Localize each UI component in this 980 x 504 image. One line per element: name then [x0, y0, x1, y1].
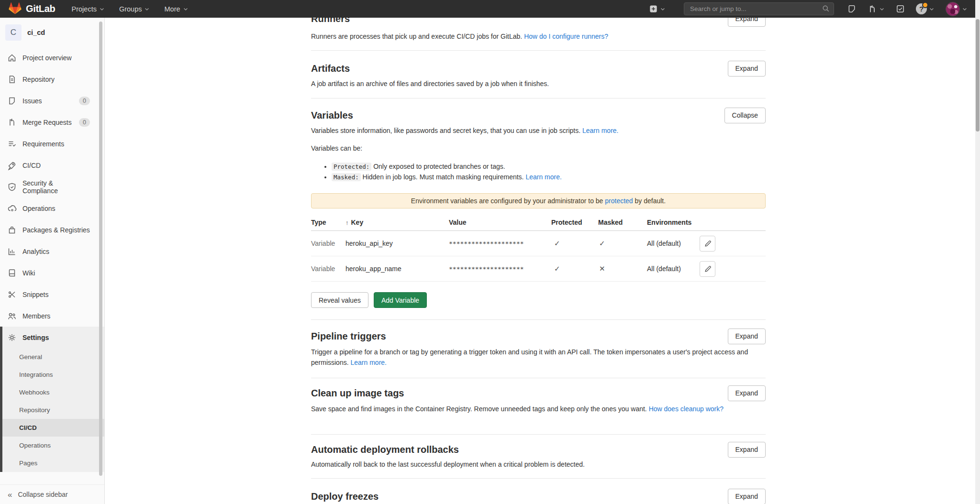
artifacts-expand-button[interactable]: Expand	[728, 61, 766, 77]
sidebar-item-requirements[interactable]: Requirements	[0, 133, 104, 154]
settings-subitem-operations[interactable]: Operations	[2, 437, 104, 454]
banner-protected-link[interactable]: protected	[605, 197, 633, 205]
menu-groups[interactable]: Groups	[119, 5, 150, 13]
settings-subitem-repository[interactable]: Repository	[2, 401, 104, 419]
cleanup-expand-button[interactable]: Expand	[728, 385, 766, 401]
sidebar-item-project-overview[interactable]: Project overview	[0, 47, 104, 68]
admin-protected-banner: Environment variables are configured by …	[311, 193, 766, 208]
variables-actions: Reveal values Add Variable	[311, 292, 766, 308]
masked-bullet: Masked: Hidden in job logs. Must match m…	[332, 172, 766, 183]
section-divider	[311, 378, 766, 378]
merge-request-icon	[868, 4, 877, 14]
protected-code: Protected:	[332, 163, 371, 171]
merge-requests-dropdown[interactable]	[868, 4, 885, 14]
reveal-values-button[interactable]: Reveal values	[311, 292, 368, 308]
variables-learn-more-link[interactable]: Learn more.	[582, 127, 618, 134]
variable-type: Variable	[311, 240, 345, 247]
sidebar-item-label: Snippets	[22, 291, 48, 298]
deploy-freezes-section-header: Deploy freezes Expand	[311, 488, 766, 504]
user-menu[interactable]	[946, 2, 968, 16]
sidebar-item-label: Project overview	[22, 54, 72, 62]
settings-subitem-webhooks[interactable]: Webhooks	[2, 383, 104, 401]
todos-icon[interactable]	[896, 4, 905, 13]
user-avatar	[946, 2, 960, 16]
issues-icon[interactable]	[847, 4, 857, 13]
variable-key: heroku_app_name	[345, 265, 449, 273]
runners-help-link[interactable]: How do I configure runners?	[524, 33, 608, 40]
masked-cross-icon: ✕	[598, 264, 647, 273]
sort-arrow-icon: ↑	[345, 219, 349, 226]
table-row: Variable heroku_app_name ***************…	[311, 256, 766, 282]
chevron-down-icon	[962, 6, 968, 12]
runners-description-text: Runners are processes that pick up and e…	[311, 33, 522, 40]
settings-subitem-integrations[interactable]: Integrations	[2, 366, 104, 383]
col-value: Value	[449, 219, 551, 226]
sidebar-item-packages[interactable]: Packages & Registries	[0, 219, 104, 241]
variables-description: Variables store information, like passwo…	[311, 126, 766, 136]
deploy-freezes-title: Deploy freezes	[311, 491, 379, 502]
edit-variable-button[interactable]	[700, 236, 715, 252]
rollbacks-expand-button[interactable]: Expand	[728, 442, 766, 458]
document-icon	[7, 75, 17, 84]
sidebar-item-wiki[interactable]: Wiki	[0, 262, 104, 284]
sidebar-item-label: Members	[22, 312, 50, 320]
sidebar-item-cicd[interactable]: CI/CD	[0, 154, 104, 176]
sidebar-item-settings[interactable]: Settings	[2, 327, 104, 348]
sidebar-item-snippets[interactable]: Snippets	[0, 284, 104, 305]
edit-variable-button[interactable]	[700, 261, 715, 277]
help-icon: ?	[916, 3, 927, 14]
protected-bullet-text: Only exposed to protected branches or ta…	[373, 163, 505, 170]
row-actions	[700, 236, 766, 252]
sidebar-item-members[interactable]: Members	[0, 305, 104, 327]
chevron-down-icon	[144, 6, 150, 12]
sidebar-item-security[interactable]: Security & Compliance	[0, 176, 104, 197]
variable-environments: All (default)	[647, 265, 700, 273]
double-chevron-left-icon: «	[8, 491, 12, 499]
collapse-sidebar-button[interactable]: « Collapse sidebar	[0, 484, 104, 504]
sidebar-item-label: CI/CD	[22, 162, 41, 169]
cleanup-help-link[interactable]: How does cleanup work?	[649, 405, 724, 413]
variables-collapse-button[interactable]: Collapse	[724, 108, 766, 123]
settings-subitem-cicd-active[interactable]: CI/CD	[2, 419, 104, 437]
gitlab-brand[interactable]: GitLab	[9, 2, 56, 15]
pipeline-triggers-title: Pipeline triggers	[311, 331, 386, 342]
project-name: ci_cd	[27, 29, 45, 36]
menu-projects[interactable]: Projects	[72, 5, 105, 13]
sidebar-scrollbar[interactable]	[99, 22, 102, 476]
sidebar-item-operations[interactable]: Operations	[0, 197, 104, 219]
menu-more[interactable]: More	[164, 5, 188, 13]
pipeline-triggers-learn-more-link[interactable]: Learn more.	[350, 359, 386, 366]
masked-learn-more-link[interactable]: Learn more.	[525, 173, 561, 181]
search-input[interactable]	[684, 2, 834, 15]
variable-masked-value: ********************	[449, 265, 551, 273]
page-scrollbar[interactable]	[975, 0, 980, 504]
settings-subitem-pages[interactable]: Pages	[2, 454, 104, 472]
variable-masked-value: ********************	[449, 240, 551, 247]
help-dropdown[interactable]: ?	[916, 3, 935, 14]
sidebar-item-merge-requests[interactable]: Merge Requests 0	[0, 111, 104, 133]
sidebar-item-label: Security & Compliance	[22, 179, 90, 195]
rollbacks-section-header: Automatic deployment rollbacks Expand	[311, 441, 766, 458]
brand-name: GitLab	[26, 3, 56, 14]
menu-projects-label: Projects	[72, 5, 97, 13]
gear-icon	[7, 333, 17, 342]
col-key-sortable[interactable]: ↑Key	[345, 219, 449, 226]
sidebar-item-issues[interactable]: Issues 0	[0, 90, 104, 111]
settings-section: Settings General Integrations Webhooks R…	[0, 327, 104, 472]
project-header[interactable]: C ci_cd	[0, 18, 104, 41]
variable-key: heroku_api_key	[345, 240, 449, 247]
pipeline-triggers-expand-button[interactable]: Expand	[728, 329, 766, 344]
protected-check-icon: ✓	[551, 264, 598, 273]
sidebar-item-label: Operations	[22, 205, 55, 212]
deploy-freezes-expand-button[interactable]: Expand	[728, 489, 766, 504]
runners-expand-button[interactable]: Expand	[728, 18, 766, 27]
page-scrollbar-thumb[interactable]	[976, 19, 980, 131]
new-item-dropdown[interactable]	[649, 4, 666, 13]
sidebar-item-analytics[interactable]: Analytics	[0, 241, 104, 262]
settings-subitem-general[interactable]: General	[2, 348, 104, 366]
sidebar-item-repository[interactable]: Repository	[0, 68, 104, 90]
cloud-gear-icon	[7, 204, 17, 213]
add-variable-button[interactable]: Add Variable	[374, 292, 427, 308]
masked-code: Masked:	[332, 173, 361, 181]
section-divider	[311, 434, 766, 435]
